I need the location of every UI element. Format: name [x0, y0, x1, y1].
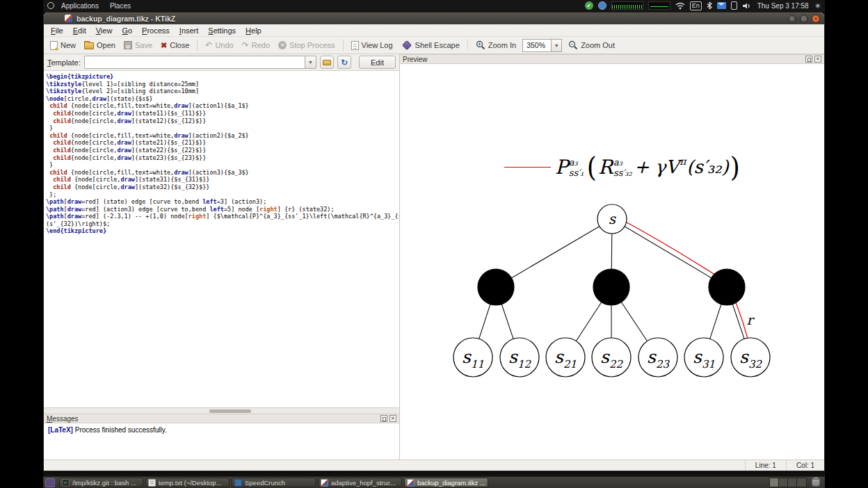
workspace-2[interactable] — [779, 478, 788, 487]
template-reload-button[interactable]: ↻ — [337, 56, 351, 69]
workspace-4[interactable] — [797, 478, 806, 487]
toolbar-separator — [467, 40, 468, 51]
workspace-switcher[interactable] — [769, 478, 807, 487]
open-button[interactable]: Open — [80, 39, 120, 51]
open-folder-icon — [84, 42, 94, 49]
keyboard-layout-indicator[interactable]: En — [690, 1, 702, 10]
dock-float-button[interactable] — [805, 56, 812, 63]
distributor-logo-icon — [47, 2, 54, 9]
waveform-icon[interactable] — [648, 1, 670, 10]
clock[interactable]: Thu Sep 3 17:58 — [756, 2, 810, 10]
session-menu-icon[interactable]: ✳ — [815, 2, 821, 10]
app-icon — [65, 15, 72, 22]
desktop: Applications Places ✔ En Thu Sep 3 17:58… — [43, 0, 825, 488]
places-menu[interactable]: Places — [106, 1, 135, 10]
dock-close-button[interactable]: ✕ — [389, 415, 396, 422]
scrollbar-thumb[interactable] — [209, 409, 251, 413]
template-combobox[interactable]: ▼ — [84, 56, 316, 69]
taskbar-window-label: temp.txt (~/Desktop... — [159, 479, 222, 487]
titlebar[interactable]: backup_diagram.tikz - KTikZ – □ ✕ — [44, 13, 824, 24]
redo-button[interactable]: ↷Redo — [238, 39, 274, 51]
code-line: child{node[circle,draw](state23){$s_{23}… — [46, 154, 399, 162]
close-file-button[interactable]: ✖Close — [156, 39, 193, 51]
audio-scope-icon[interactable] — [611, 1, 643, 10]
message-text: Process finished successfully. — [73, 426, 167, 434]
view-log-button[interactable]: View Log — [347, 39, 397, 52]
taskbar-window-button[interactable]: backup_diagram.tikz ... — [404, 478, 488, 487]
applications-menu[interactable]: Applications — [57, 1, 103, 10]
menu-edit[interactable]: Edit — [68, 25, 91, 36]
open-folder-icon — [323, 60, 331, 65]
trash-icon[interactable] — [812, 478, 820, 487]
menu-settings[interactable]: Settings — [203, 25, 241, 36]
red-edge-s-a3 — [614, 215, 729, 284]
minimize-button[interactable]: – — [788, 15, 796, 23]
volume-icon[interactable] — [742, 2, 751, 10]
node-s11 — [453, 338, 492, 377]
messages-title: Messages — [47, 415, 79, 423]
bluetooth-icon[interactable] — [707, 1, 712, 10]
status-col: Col: 1 — [786, 460, 824, 471]
workspace-3[interactable] — [788, 478, 797, 487]
shell-escape-icon — [401, 40, 411, 50]
chevron-down-icon[interactable]: ▼ — [552, 39, 562, 52]
template-open-button[interactable] — [320, 56, 334, 69]
close-button[interactable]: ✕ — [812, 15, 820, 23]
zoom-in-button[interactable]: Zoom In — [472, 38, 520, 52]
wifi-icon[interactable] — [675, 2, 685, 10]
taskbar-window-button[interactable]: adaptive_hopf_struc... — [318, 478, 402, 487]
ktikz-icon — [321, 479, 328, 487]
stop-process-button[interactable]: ✕Stop Process — [274, 39, 339, 51]
taskbar-window-label: adaptive_hopf_struc... — [331, 479, 396, 487]
undo-button[interactable]: ↶Undo — [201, 39, 237, 51]
shell-escape-button[interactable]: Shell Escape — [397, 38, 464, 52]
menu-file[interactable]: File — [46, 25, 68, 36]
code-line: (s'_{32})\right)$; — [46, 220, 399, 228]
zoom-in-icon — [476, 40, 485, 50]
code-line: \tikzstyle{level 1}=[sibling distance=25… — [46, 81, 399, 88]
system-tray: ✔ En Thu Sep 3 17:58 ✳ — [585, 1, 821, 10]
mail-icon[interactable] — [717, 2, 726, 9]
zoom-out-button[interactable]: Zoom Out — [564, 38, 619, 52]
new-button[interactable]: New — [46, 39, 80, 52]
new-document-icon — [50, 41, 58, 50]
time-tracker-icon[interactable] — [598, 1, 606, 10]
save-button[interactable]: Save — [120, 39, 156, 51]
template-edit-button[interactable]: Edit — [359, 56, 396, 69]
code-line: child{node[circle,draw](state12){$s_{12}… — [46, 117, 399, 125]
taskbar-window-button[interactable]: SpeedCrunch — [232, 478, 316, 487]
taskbar-window-button[interactable]: /tmp/ktikz.git : bash ... — [59, 478, 143, 487]
terminal-icon — [62, 479, 70, 487]
code-line: child{node[circle,draw](state22){$s_{22}… — [46, 147, 399, 154]
dock-float-button[interactable] — [380, 415, 387, 422]
status-line: Line: 1 — [745, 460, 786, 471]
zoom-level-combobox[interactable]: 350% ▼ — [522, 39, 562, 52]
menu-view[interactable]: View — [91, 25, 118, 36]
code-line: child {node[circle,draw](state32){$s_{32… — [46, 184, 399, 191]
preview-canvas[interactable]: P a₃ss′₁ ( R a₃ss′₃₂ + γV π (s′₃₂) ) — [400, 64, 824, 459]
menu-process[interactable]: Process — [137, 25, 175, 36]
tablet-icon[interactable] — [731, 1, 737, 10]
messages-dock-header: Messages ✕ — [44, 414, 399, 423]
workspace-1[interactable] — [770, 478, 779, 487]
ktikz-window: backup_diagram.tikz - KTikZ – □ ✕ FileEd… — [43, 12, 825, 471]
taskbar-window-button[interactable]: temp.txt (~/Desktop... — [145, 478, 230, 487]
menu-insert[interactable]: Insert — [175, 25, 204, 36]
horizontal-scrollbar[interactable] — [44, 407, 399, 414]
sync-ok-icon[interactable]: ✔ — [585, 1, 593, 10]
messages-output: [LaTeX] Process finished successfully. — [44, 423, 399, 459]
menu-go[interactable]: Go — [117, 25, 137, 36]
chevron-down-icon[interactable]: ▼ — [305, 56, 316, 69]
maximize-button[interactable]: □ — [800, 15, 808, 23]
taskbar-window-label: backup_diagram.tikz ... — [417, 479, 485, 487]
node-s21 — [546, 338, 585, 377]
show-desktop-icon[interactable] — [45, 478, 55, 487]
dock-close-button[interactable]: ✕ — [814, 56, 821, 63]
code-editor[interactable]: \begin{tikzpicture}\tikzstyle{level 1}=[… — [44, 71, 399, 407]
code-line: \end{tikzpicture} — [46, 227, 399, 235]
bottom-panel: /tmp/ktikz.git : bash ...temp.txt (~/Des… — [43, 476, 825, 488]
menu-help[interactable]: Help — [241, 25, 266, 36]
template-value[interactable] — [84, 56, 305, 69]
undo-arrow-icon: ↶ — [205, 41, 212, 49]
text-icon — [148, 479, 156, 487]
